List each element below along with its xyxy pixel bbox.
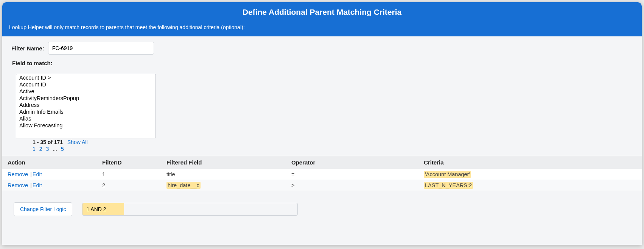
- modal-define-criteria: Define Additional Parent Matching Criter…: [2, 2, 642, 245]
- field-option[interactable]: Admin Info Emails: [16, 108, 156, 115]
- action-separator: |: [28, 182, 33, 188]
- col-operator: Operator: [286, 156, 418, 169]
- field-to-match-select[interactable]: Account ID >Account IDActiveActivityRemi…: [16, 74, 156, 138]
- action-separator: |: [28, 171, 33, 177]
- field-list-wrap: Account ID >Account IDActiveActivityRemi…: [2, 68, 642, 153]
- cell-filterid: 2: [97, 180, 161, 191]
- field-option[interactable]: Account ID >: [16, 74, 156, 81]
- pager-page-link[interactable]: 2: [39, 146, 42, 152]
- filter-name-label: Filter Name:: [11, 45, 44, 52]
- remove-link[interactable]: Remove: [8, 182, 28, 188]
- pager-page-link[interactable]: 1: [33, 146, 36, 152]
- field-option[interactable]: Alias: [16, 115, 156, 122]
- table-row: Remove |Edit1title='Account Manager': [2, 169, 642, 180]
- table-row: Remove |Edit2hire_date__c>LAST_N_YEARS:2: [2, 180, 642, 191]
- edit-link[interactable]: Edit: [33, 171, 42, 177]
- field-to-match-label: Field to match:: [2, 57, 642, 68]
- field-option[interactable]: Address: [16, 102, 156, 108]
- field-pager-pages: 123...5: [33, 146, 642, 152]
- cell-operator: =: [286, 169, 418, 180]
- field-option[interactable]: Allow Forecasting: [16, 122, 156, 129]
- cell-operator: >: [286, 180, 418, 191]
- col-filterid: FilterID: [97, 156, 161, 169]
- filter-name-input[interactable]: [48, 42, 154, 55]
- filter-logic-input[interactable]: [82, 203, 298, 216]
- col-criteria: Criteria: [418, 156, 642, 169]
- col-field: Filtered Field: [161, 156, 286, 169]
- criteria-grid: Action FilterID Filtered Field Operator …: [2, 156, 642, 191]
- col-action: Action: [2, 156, 97, 169]
- field-pager: 1 - 35 of 171 Show All 123...5: [16, 138, 642, 152]
- filter-name-row: Filter Name:: [2, 36, 642, 57]
- cell-field: title: [161, 169, 286, 180]
- field-option[interactable]: Account ID: [16, 81, 156, 88]
- change-filter-logic-button[interactable]: Change Filter Logic: [14, 202, 72, 216]
- grid-header-row: Action FilterID Filtered Field Operator …: [2, 156, 642, 169]
- edit-link[interactable]: Edit: [33, 182, 42, 188]
- remove-link[interactable]: Remove: [8, 171, 28, 177]
- cell-criteria: LAST_N_YEARS:2: [418, 180, 642, 191]
- field-pager-count: 1 - 35 of 171: [33, 139, 63, 145]
- show-all-link[interactable]: Show All: [67, 139, 88, 145]
- cell-field: hire_date__c: [161, 180, 286, 191]
- modal-title: Define Additional Parent Matching Criter…: [9, 8, 635, 17]
- cell-criteria: 'Account Manager': [418, 169, 642, 180]
- field-option[interactable]: Active: [16, 88, 156, 95]
- filter-logic-input-wrap: [82, 203, 298, 216]
- modal-content: Filter Name: Field to match: Account ID …: [2, 36, 642, 231]
- filter-logic-row: Change Filter Logic: [2, 191, 642, 216]
- modal-subtitle: Lookup Helper will only match records to…: [9, 24, 635, 30]
- pager-page-link[interactable]: 5: [61, 146, 64, 152]
- modal-header: Define Additional Parent Matching Criter…: [2, 2, 642, 36]
- field-option[interactable]: ActivityRemindersPopup: [16, 95, 156, 102]
- pager-page-link[interactable]: 3: [46, 146, 49, 152]
- pager-ellipsis: ...: [53, 146, 57, 152]
- cell-filterid: 1: [97, 169, 161, 180]
